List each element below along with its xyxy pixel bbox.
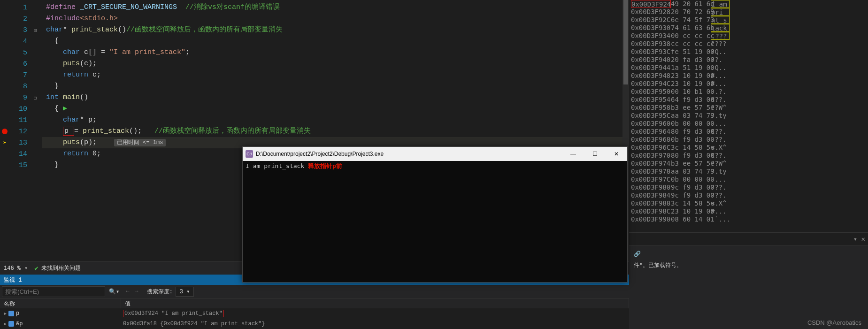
memory-row[interactable]: 0x00D3F978aa 03 74 79?.ty	[629, 168, 868, 176]
console-output[interactable]: I am print_stack 释放指针p前	[243, 161, 627, 171]
code-line[interactable]: return c;	[42, 69, 629, 81]
fold-toggle[interactable]: ⊟	[34, 27, 40, 33]
code-line[interactable]: char* print_stack()//函数栈空间释放后，函数内的所有局部变量…	[42, 24, 629, 36]
nav-prev-icon[interactable]: ←	[126, 288, 129, 295]
memory-row[interactable]: 0x00D3F93Cfe 51 19 00?Q..	[629, 48, 868, 56]
line-number[interactable]: 13	[9, 139, 34, 147]
expand-icon[interactable]: ▶	[4, 321, 7, 327]
check-icon: ✔	[34, 264, 38, 272]
code-line[interactable]: p = print_stack(); //函数栈空间释放后，函数内的所有局部变量…	[42, 126, 629, 137]
memory-row[interactable]: 0x00D3F92C6e 74 5f 73nt_s	[629, 16, 868, 24]
code-line[interactable]: #include<stdio.h>	[42, 13, 629, 24]
minimize-button[interactable]: —	[562, 147, 584, 161]
memory-ascii: <.X^	[711, 144, 730, 152]
depth-value[interactable]: 3 ▾	[176, 287, 194, 297]
maximize-button[interactable]: ☐	[584, 147, 606, 161]
memory-row[interactable]: 0x00D3F95464 f9 d3 00d??.	[629, 96, 868, 104]
memory-row[interactable]: 0x00D3F9849c f9 d3 00???.	[629, 191, 868, 199]
memory-address: 0x00D3F958	[631, 104, 671, 112]
memory-address: 0x00D3F97C	[631, 176, 671, 184]
code-line[interactable]: puts(c);	[42, 58, 629, 69]
nav-next-icon[interactable]: →	[135, 288, 138, 295]
line-number[interactable]: 8	[9, 83, 34, 91]
fold-toggle[interactable]: ⊟	[34, 95, 40, 101]
zoom-level[interactable]: 146 %	[0, 265, 24, 272]
line-number[interactable]: 3	[9, 26, 34, 34]
memory-hex: 64 f9 d3 00	[671, 96, 711, 104]
memory-hex: b3 ee 57 5e	[671, 104, 711, 112]
watermark: CSDN @Aerobatics	[807, 319, 861, 326]
breakpoint-icon[interactable]	[2, 129, 8, 134]
search-icon[interactable]: 🔍▾	[109, 288, 119, 295]
watch-var-name: p	[16, 310, 19, 317]
line-number[interactable]: 1	[9, 4, 34, 12]
memory-row[interactable]: 0x00D3F974b3 ee 57 5e??W^	[629, 160, 868, 168]
code-line[interactable]: }	[42, 81, 629, 92]
watch-tab-label: 监视 1	[4, 276, 22, 284]
close-button[interactable]: ✕	[606, 147, 627, 161]
memory-row[interactable]: 0x00D3F9883c 14 58 5e<.X^	[629, 199, 868, 207]
memory-row[interactable]: 0x00D3F97080 f9 d3 00€??.	[629, 152, 868, 160]
issues-status[interactable]: ✔ 未找到相关问题	[31, 264, 80, 272]
memory-row[interactable]: 0x00D3F96480 f9 d3 00€??.	[629, 128, 868, 136]
watch-col-name[interactable]: 名称	[0, 298, 121, 308]
line-number[interactable]: 14	[9, 150, 34, 158]
memory-row[interactable]: 0x00D3F99008 60 14 01.`...	[629, 215, 868, 223]
line-number[interactable]: 6	[9, 60, 34, 68]
console-annotation: 释放指针p前	[308, 162, 342, 169]
watch-row[interactable]: ▶p0x00d3f924 "I am print_stack"	[0, 308, 629, 319]
memory-row[interactable]: 0x00D3F95000 10 b1 00..?.	[629, 88, 868, 96]
memory-row[interactable]: 0x00D3F9600b 00 00 00....	[629, 120, 868, 128]
line-number[interactable]: 4	[9, 38, 34, 46]
code-line[interactable]: char* p;	[42, 115, 629, 126]
memory-row[interactable]: 0x00D3F95Caa 03 74 79?.ty	[629, 112, 868, 120]
memory-row[interactable]: 0x00D3F958b3 ee 57 5e??W^	[629, 104, 868, 112]
memory-row[interactable]: 0x00D3F9809c f9 d3 00???.	[629, 184, 868, 191]
code-line[interactable]: #define _CRT_SECURE_NO_WARNINGS //消除vs对s…	[42, 2, 629, 13]
memory-row[interactable]: 0x00D3F93074 61 63 6btack	[629, 24, 868, 32]
code-line[interactable]: int main()	[42, 92, 629, 103]
memory-ascii: €??.	[711, 128, 730, 136]
line-number[interactable]: 12	[9, 128, 34, 136]
scrollbar-thumb[interactable]	[623, 0, 628, 84]
variable-icon	[8, 311, 14, 316]
memory-row[interactable]: 0x00D3F9680b f9 d3 00.??.	[629, 136, 868, 144]
watch-row[interactable]: ▶&p0x00d3fa18 {0x00d3f924 "I am print_st…	[0, 319, 629, 329]
memory-row[interactable]: 0x00D3F92449 20 61 6dI am	[629, 0, 868, 8]
memory-address: 0x00D3F964	[631, 128, 671, 136]
line-number[interactable]: 2	[9, 15, 34, 23]
line-number[interactable]: 9	[9, 94, 34, 102]
line-number[interactable]: 11	[9, 116, 34, 124]
line-number[interactable]: 7	[9, 71, 34, 79]
memory-row[interactable]: 0x00D3F94C23 10 19 00#...	[629, 80, 868, 88]
symbols-loaded-text: 件"。已加载符号。	[634, 261, 863, 269]
memory-row[interactable]: 0x00D3F96C3c 14 58 5e<.X^	[629, 144, 868, 152]
watch-col-value[interactable]: 值	[121, 298, 629, 308]
line-number[interactable]: 15	[9, 161, 34, 169]
code-line[interactable]: char c[] = "I am print_stack";	[42, 47, 629, 58]
link-icon[interactable]: 🔗	[634, 251, 863, 258]
memory-panel[interactable]: 0x00D3F92449 20 61 6dI am0x00D3F92820 70…	[629, 0, 868, 232]
memory-row[interactable]: 0x00D3F938cc cc cc cc????	[629, 40, 868, 48]
zoom-dropdown-icon[interactable]: ▾	[24, 265, 31, 272]
code-line[interactable]: { ▶	[42, 103, 629, 115]
console-window[interactable]: C:\ D:\Document\project2\Project2\Debug\…	[242, 146, 628, 283]
expand-icon[interactable]: ▶	[4, 311, 7, 316]
memory-row[interactable]: 0x00D3F92820 70 72 69 pri	[629, 8, 868, 16]
line-number[interactable]: 5	[9, 49, 34, 57]
memory-address: 0x00D3F988	[631, 199, 671, 207]
watch-search-input[interactable]	[2, 286, 105, 297]
memory-row[interactable]: 0x00D3F98C23 10 19 00#...	[629, 207, 868, 215]
memory-row[interactable]: 0x00D3F97C0b 00 00 00....	[629, 176, 868, 184]
memory-row[interactable]: 0x00D3F94823 10 19 00#...	[629, 72, 868, 80]
console-titlebar[interactable]: C:\ D:\Document\project2\Project2\Debug\…	[243, 147, 627, 161]
console-title-text: D:\Document\project2\Project2\Debug\Proj…	[256, 151, 384, 157]
memory-row[interactable]: 0x00D3F94020 fa d3 00 ??.	[629, 56, 868, 64]
code-line[interactable]: {	[42, 36, 629, 47]
memory-ascii: #...	[711, 207, 730, 215]
dropdown-icon[interactable]: ▾ ✕	[853, 235, 865, 243]
memory-ascii: #...	[711, 80, 730, 88]
line-number[interactable]: 10	[9, 105, 34, 113]
memory-row[interactable]: 0x00D3F9441a 51 19 00.Q..	[629, 64, 868, 72]
memory-row[interactable]: 0x00D3F93400 cc cc cc.???	[629, 32, 868, 40]
